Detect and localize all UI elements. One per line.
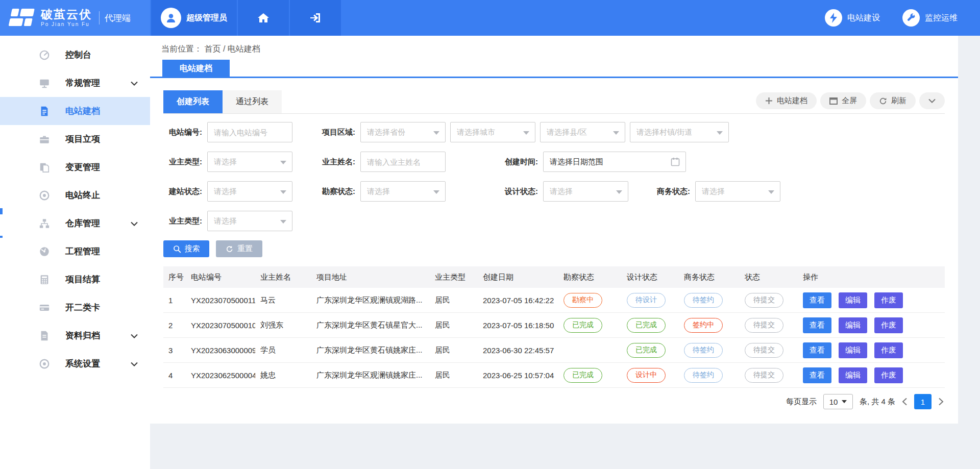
city-select[interactable]: 请选择城市 xyxy=(450,122,535,142)
calendar-icon xyxy=(670,157,680,168)
sidebar-item-console[interactable]: 控制台 xyxy=(0,41,150,69)
sidebar-item-type2-card[interactable]: 开二类卡 xyxy=(0,293,150,322)
dashboard-icon xyxy=(39,50,50,61)
add-station-button[interactable]: 电站建档 xyxy=(756,92,817,109)
view-button[interactable]: 查看 xyxy=(803,367,831,383)
fullscreen-button[interactable]: 全屏 xyxy=(820,92,866,109)
status-badge: 待提交 xyxy=(745,368,783,383)
toolbar: 电站建档 全屏 刷新 xyxy=(756,92,945,109)
page-tab-bar: 电站建档 xyxy=(150,60,958,78)
logo-divider xyxy=(99,11,100,24)
per-page-label: 每页显示 xyxy=(786,397,817,407)
breadcrumb: 当前位置： 首页 / 电站建档 xyxy=(150,36,958,55)
status-badge: 待提交 xyxy=(745,318,783,333)
home-button[interactable] xyxy=(238,0,289,36)
monitor-icon xyxy=(39,78,50,89)
copy-icon xyxy=(39,162,50,173)
sidebar-item-change-mgmt[interactable]: 变更管理 xyxy=(0,153,150,181)
county-select[interactable]: 请选择县/区 xyxy=(540,122,625,142)
tab-passed-list[interactable]: 通过列表 xyxy=(223,90,282,113)
design-status-select[interactable]: 请选择 xyxy=(543,181,628,202)
edit-button[interactable]: 编辑 xyxy=(839,317,867,333)
view-button[interactable]: 查看 xyxy=(803,342,831,358)
table-row: 1 YX2023070500011 马云 广东深圳龙华区观澜镇观湖路... 居民… xyxy=(163,288,945,313)
file-icon xyxy=(39,330,50,341)
search-icon xyxy=(173,245,181,253)
owner-type2-select[interactable]: 请选择 xyxy=(207,211,292,231)
circle-dot-icon xyxy=(39,358,50,369)
province-select[interactable]: 请选择省份 xyxy=(360,122,446,142)
sidebar-item-engineering-mgmt[interactable]: 工程管理 xyxy=(0,237,150,265)
caret-down-icon xyxy=(280,220,286,224)
logout-button[interactable] xyxy=(290,0,341,36)
chevron-down-icon xyxy=(131,331,138,340)
refresh-button[interactable]: 刷新 xyxy=(870,92,916,109)
status-badge: 待签约 xyxy=(684,343,723,358)
survey-status-label: 勘察状态: xyxy=(292,187,360,196)
void-button[interactable]: 作废 xyxy=(874,342,903,358)
table-row: 4 YX2023062500004 姚忠 广东深圳龙华区观澜镇姚家庄... 居民… xyxy=(163,363,945,388)
owner-type-select[interactable]: 请选择 xyxy=(207,152,292,172)
filter-row-1: 电站编号: 项目区域: 请选择省份 请选择城市 请选择县/区 请选择村镇/街道 xyxy=(163,122,945,142)
station-code-input[interactable] xyxy=(207,122,292,142)
region-label: 项目区域: xyxy=(292,128,360,137)
nav-station-build[interactable]: 电站建设 xyxy=(825,0,880,36)
search-button[interactable]: 搜索 xyxy=(163,240,209,257)
status-badge: 已完成 xyxy=(627,318,666,333)
prev-page-button[interactable] xyxy=(902,398,908,406)
user-menu[interactable]: 超级管理员 xyxy=(151,0,237,36)
void-button[interactable]: 作废 xyxy=(874,317,903,333)
survey-status-select[interactable]: 请选择 xyxy=(360,181,446,202)
briefcase-icon xyxy=(39,134,50,145)
nav-monitor-ops-label: 监控运维 xyxy=(925,13,958,23)
edit-button[interactable]: 编辑 xyxy=(839,367,867,383)
owner-name-input[interactable] xyxy=(360,152,446,172)
page-tab-station-archive[interactable]: 电站建档 xyxy=(162,60,230,77)
sidebar-item-warehouse-mgmt[interactable]: 仓库管理 xyxy=(0,209,150,237)
user-icon xyxy=(165,12,177,24)
logo: 破茧云伏 Po Jian Yun Fu 代理端 xyxy=(0,0,150,36)
design-status-label: 设计状态: xyxy=(446,187,543,196)
status-badge: 待提交 xyxy=(745,343,783,358)
owner-name-label: 业主姓名: xyxy=(292,157,360,167)
next-page-button[interactable] xyxy=(938,398,944,406)
sidebar-item-project-settlement[interactable]: 项目结算 xyxy=(0,265,150,293)
user-name: 超级管理员 xyxy=(186,13,227,23)
edit-button[interactable]: 编辑 xyxy=(839,342,867,358)
sidebar-item-station-archive[interactable]: 电站建档 xyxy=(0,97,150,125)
plus-icon xyxy=(765,97,773,105)
sidebar-item-general-mgmt[interactable]: 常规管理 xyxy=(0,69,150,97)
chevron-down-icon xyxy=(131,79,138,88)
nav-monitor-ops[interactable]: 监控运维 xyxy=(902,0,958,36)
pagination: 每页显示 10 条, 共 4 条 1 xyxy=(163,394,945,409)
date-range-picker[interactable]: 请选择日期范围 xyxy=(543,152,686,172)
edit-button[interactable]: 编辑 xyxy=(839,292,867,308)
void-button[interactable]: 作废 xyxy=(874,367,903,383)
page-number-button[interactable]: 1 xyxy=(914,394,932,409)
reset-button[interactable]: 重置 xyxy=(216,240,262,257)
sidebar-item-project-initiation[interactable]: 项目立项 xyxy=(0,125,150,153)
sidebar-item-system-settings[interactable]: 系统设置 xyxy=(0,350,150,378)
view-button[interactable]: 查看 xyxy=(803,292,831,308)
tab-create-list[interactable]: 创建列表 xyxy=(163,90,223,113)
caret-down-icon xyxy=(842,400,847,403)
home-icon xyxy=(257,12,270,24)
breadcrumb-path[interactable]: 首页 / 电站建档 xyxy=(204,44,260,53)
collapse-button[interactable] xyxy=(919,92,945,109)
status-badge: 待设计 xyxy=(627,293,666,308)
town-select[interactable]: 请选择村镇/街道 xyxy=(630,122,729,142)
build-status-select[interactable]: 请选择 xyxy=(207,181,292,202)
view-button[interactable]: 查看 xyxy=(803,317,831,333)
total-count-label: 条, 共 4 条 xyxy=(860,397,895,407)
logout-icon xyxy=(309,12,322,24)
main-content: 当前位置： 首页 / 电站建档 电站建档 创建列表 通过列表 电站建档 全屏 xyxy=(150,36,958,424)
business-status-select[interactable]: 请选择 xyxy=(695,181,780,202)
per-page-select[interactable]: 10 xyxy=(823,394,853,409)
sidebar-item-station-termination[interactable]: 电站终止 xyxy=(0,181,150,209)
station-table: 序号 电站编号 业主姓名 项目地址 业主类型 创建日期 勘察状态 设计状态 商务… xyxy=(163,266,945,388)
status-badge: 已完成 xyxy=(564,318,602,333)
void-button[interactable]: 作废 xyxy=(874,292,903,308)
sidebar-item-data-archive[interactable]: 资料归档 xyxy=(0,322,150,350)
portal-tag: 代理端 xyxy=(105,12,131,24)
caret-down-icon xyxy=(717,131,723,135)
